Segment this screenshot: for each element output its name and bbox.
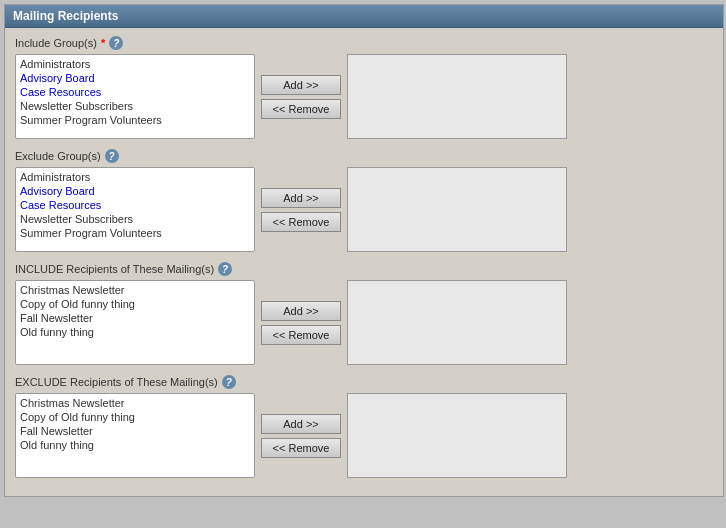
list-item[interactable]: Advisory Board [18, 71, 252, 85]
required-indicator: * [101, 37, 105, 49]
exclude-groups-section: Exclude Group(s) ? Administrators Adviso… [15, 149, 713, 252]
include-groups-row: Administrators Advisory Board Case Resou… [15, 54, 713, 139]
exclude-groups-buttons: Add >> << Remove [261, 167, 341, 252]
list-item[interactable]: Fall Newsletter [18, 424, 252, 438]
include-mailings-section: INCLUDE Recipients of These Mailing(s) ?… [15, 262, 713, 365]
include-groups-buttons: Add >> << Remove [261, 54, 341, 139]
exclude-groups-remove-button[interactable]: << Remove [261, 212, 341, 232]
include-mailings-add-button[interactable]: Add >> [261, 301, 341, 321]
exclude-mailings-label: EXCLUDE Recipients of These Mailing(s) ? [15, 375, 713, 389]
include-groups-selected-listbox[interactable] [347, 54, 567, 139]
list-item[interactable]: Fall Newsletter [18, 311, 252, 325]
panel-title: Mailing Recipients [5, 5, 723, 28]
list-item[interactable]: Newsletter Subscribers [18, 212, 252, 226]
include-groups-add-button[interactable]: Add >> [261, 75, 341, 95]
list-item[interactable]: Summer Program Volunteers [18, 113, 252, 127]
exclude-mailings-buttons: Add >> << Remove [261, 393, 341, 478]
exclude-groups-add-button[interactable]: Add >> [261, 188, 341, 208]
include-mailings-row: Christmas Newsletter Copy of Old funny t… [15, 280, 713, 365]
exclude-groups-help-icon[interactable]: ? [105, 149, 119, 163]
include-mailings-label: INCLUDE Recipients of These Mailing(s) ? [15, 262, 713, 276]
exclude-groups-row: Administrators Advisory Board Case Resou… [15, 167, 713, 252]
list-item[interactable]: Administrators [18, 57, 252, 71]
list-item[interactable]: Christmas Newsletter [18, 396, 252, 410]
include-groups-help-icon[interactable]: ? [109, 36, 123, 50]
list-item[interactable]: Case Resources [18, 85, 252, 99]
include-mailings-help-icon[interactable]: ? [218, 262, 232, 276]
include-groups-listbox[interactable]: Administrators Advisory Board Case Resou… [15, 54, 255, 139]
exclude-mailings-listbox[interactable]: Christmas Newsletter Copy of Old funny t… [15, 393, 255, 478]
include-groups-label: Include Group(s) * ? [15, 36, 713, 50]
list-item[interactable]: Case Resources [18, 198, 252, 212]
panel-title-text: Mailing Recipients [13, 9, 118, 23]
exclude-groups-selected-listbox[interactable] [347, 167, 567, 252]
include-mailings-selected-listbox[interactable] [347, 280, 567, 365]
mailing-recipients-panel: Mailing Recipients Include Group(s) * ? … [4, 4, 724, 497]
exclude-groups-label: Exclude Group(s) ? [15, 149, 713, 163]
include-groups-remove-button[interactable]: << Remove [261, 99, 341, 119]
list-item[interactable]: Copy of Old funny thing [18, 297, 252, 311]
exclude-mailings-row: Christmas Newsletter Copy of Old funny t… [15, 393, 713, 478]
list-item[interactable]: Advisory Board [18, 184, 252, 198]
include-groups-section: Include Group(s) * ? Administrators Advi… [15, 36, 713, 139]
panel-body: Include Group(s) * ? Administrators Advi… [5, 28, 723, 496]
list-item[interactable]: Old funny thing [18, 438, 252, 452]
exclude-mailings-help-icon[interactable]: ? [222, 375, 236, 389]
list-item[interactable]: Copy of Old funny thing [18, 410, 252, 424]
include-mailings-remove-button[interactable]: << Remove [261, 325, 341, 345]
list-item[interactable]: Summer Program Volunteers [18, 226, 252, 240]
list-item[interactable]: Christmas Newsletter [18, 283, 252, 297]
list-item[interactable]: Administrators [18, 170, 252, 184]
exclude-mailings-section: EXCLUDE Recipients of These Mailing(s) ?… [15, 375, 713, 478]
include-mailings-buttons: Add >> << Remove [261, 280, 341, 365]
exclude-groups-listbox[interactable]: Administrators Advisory Board Case Resou… [15, 167, 255, 252]
include-mailings-listbox[interactable]: Christmas Newsletter Copy of Old funny t… [15, 280, 255, 365]
exclude-mailings-remove-button[interactable]: << Remove [261, 438, 341, 458]
exclude-mailings-add-button[interactable]: Add >> [261, 414, 341, 434]
list-item[interactable]: Old funny thing [18, 325, 252, 339]
exclude-mailings-selected-listbox[interactable] [347, 393, 567, 478]
list-item[interactable]: Newsletter Subscribers [18, 99, 252, 113]
